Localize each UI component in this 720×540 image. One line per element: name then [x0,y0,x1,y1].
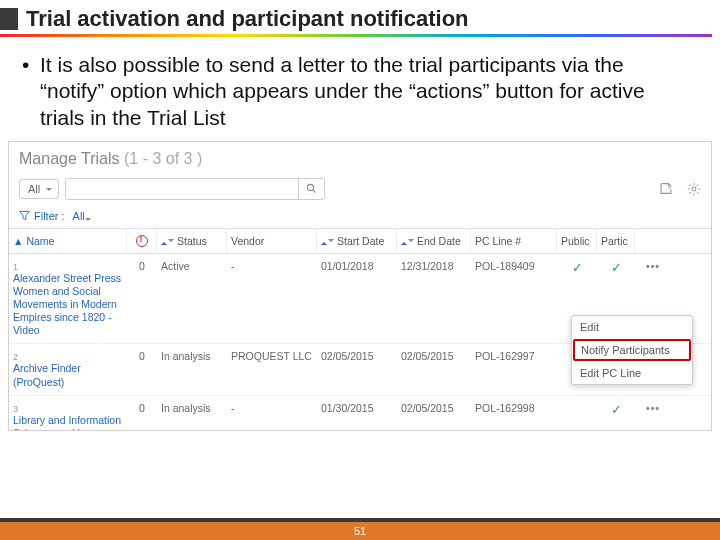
slide-title-bar: Trial activation and participant notific… [0,0,720,40]
cell-status: In analysis [157,396,227,431]
col-status[interactable]: Status [157,229,227,253]
app-screenshot: Manage Trials (1 - 3 of 3 ) All Filter :… [8,141,712,431]
menu-notify-participants[interactable]: Notify Participants [573,339,691,361]
title-decor-square [0,8,18,30]
col-public[interactable]: Public [557,229,597,253]
menu-edit-po-line[interactable]: Edit PC Line [572,362,692,384]
slide-bullet: It is also possible to send a letter to … [0,40,720,139]
table-row: 3 Library and Information Science weekly… [9,396,711,431]
cell-alert: 0 [127,396,157,431]
row-index: 2 [13,352,18,362]
filter-icon[interactable] [19,210,30,221]
cell-pol: POL-189409 [471,254,557,344]
col-name[interactable]: ▲Name [9,229,127,253]
export-icon[interactable] [659,182,673,196]
filter-label: Filter : [34,210,65,222]
col-vendor[interactable]: Vendor [227,229,317,253]
filter-dropdown[interactable]: All [69,210,97,222]
cell-alert: 0 [127,344,157,394]
cell-end: 02/05/2015 [397,344,471,394]
cell-end: 02/05/2015 [397,396,471,431]
trial-name-link[interactable]: Archive Finder (ProQuest) [13,362,123,388]
cell-public [557,396,597,431]
svg-point-2 [692,187,696,191]
cell-end: 12/31/2018 [397,254,471,344]
col-participants[interactable]: Partic [597,229,635,253]
cell-status: Active [157,254,227,344]
col-pub-label: Public [561,235,590,247]
cell-alert: 0 [127,254,157,344]
search-input[interactable] [66,183,298,195]
cell-start: 01/30/2015 [317,396,397,431]
scope-dropdown[interactable]: All [19,179,59,199]
cell-pol: POL-162998 [471,396,557,431]
row-actions-menu: Edit Notify Participants Edit PC Line [571,315,693,385]
page-title-text: Manage Trials [19,150,120,167]
col-start-date[interactable]: Start Date [317,229,397,253]
search-box [65,178,325,200]
cell-status: In analysis [157,344,227,394]
col-end-date[interactable]: End Date [397,229,471,253]
trial-name-link[interactable]: Library and Information Science weekly [13,414,123,431]
col-actions [635,229,671,253]
row-index: 1 [13,262,18,272]
rainbow-divider [0,34,712,37]
filter-bar: Filter : All [9,206,711,228]
row-index: 3 [13,404,18,414]
col-part-label: Partic [601,235,628,247]
cell-vendor: PROQUEST LLC [227,344,317,394]
page-title: Manage Trials (1 - 3 of 3 ) [9,142,711,174]
col-alert[interactable] [127,229,157,253]
search-button[interactable] [298,179,324,199]
trial-name-link[interactable]: Alexander Street Press Women and Social … [13,272,123,338]
col-end-label: End Date [417,235,461,247]
col-vendor-label: Vendor [231,235,264,247]
col-status-label: Status [177,235,207,247]
search-icon [306,183,317,194]
table-header: ▲Name Status Vendor Start Date End Date … [9,228,711,254]
cell-participants: ✓ [597,396,635,431]
alert-icon [136,235,148,247]
cell-start: 01/01/2018 [317,254,397,344]
cell-vendor: - [227,254,317,344]
toolbar-right [659,182,701,196]
gear-icon[interactable] [687,182,701,196]
menu-edit[interactable]: Edit [572,316,692,338]
toolbar: All [9,174,711,206]
page-number: 51 [354,525,366,537]
svg-line-1 [313,190,316,193]
col-pol-label: PC Line # [475,235,521,247]
col-start-label: Start Date [337,235,384,247]
col-po-line[interactable]: PC Line # [471,229,557,253]
slide-footer: 51 [0,518,720,540]
cell-vendor: - [227,396,317,431]
result-count: (1 - 3 of 3 ) [124,150,202,167]
col-name-label: Name [26,235,54,247]
filter-value: All [73,210,85,222]
scope-dropdown-label: All [28,183,40,195]
svg-point-0 [308,185,314,191]
row-actions-button[interactable]: ••• [635,396,671,431]
cell-start: 02/05/2015 [317,344,397,394]
slide-title: Trial activation and participant notific… [26,6,469,32]
cell-pol: POL-162997 [471,344,557,394]
